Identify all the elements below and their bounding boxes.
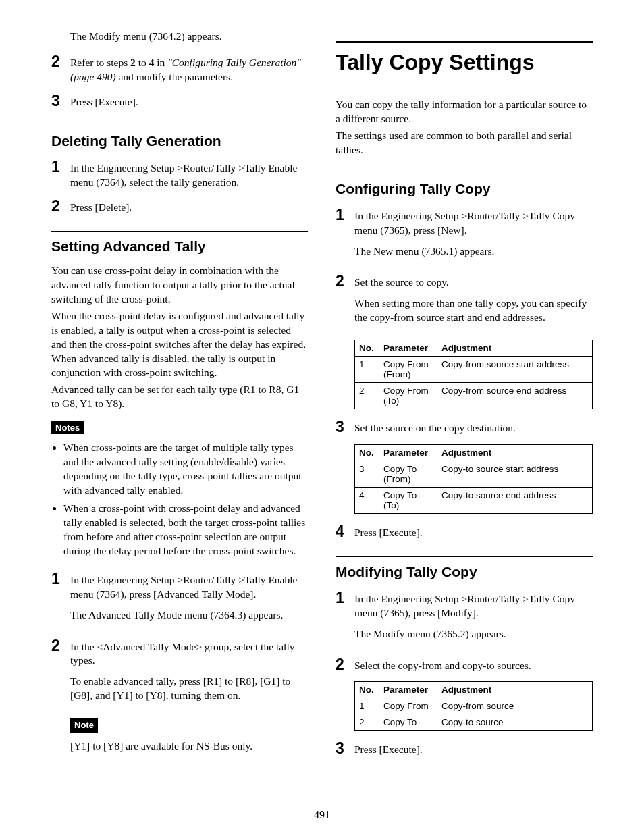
table-header: No. [355,444,379,461]
step-body: Press [Delete]. [70,198,132,215]
two-column-layout: The Modify menu (7364.2) appears. 2 Refe… [51,27,593,768]
step-body: In the Engineering Setup >Router/Tally >… [354,207,593,265]
table-row: 1 Copy From Copy-from source [355,698,593,714]
step-body: Set the source on the copy destination. [354,419,516,436]
step-body: In the Engineering Setup >Router/Tally >… [70,571,308,629]
step-item: 2 Press [Delete]. [51,198,308,215]
intro-para: The settings used are common to both par… [336,129,593,157]
step-item: 1 In the Engineering Setup >Router/Tally… [51,571,308,629]
left-column: The Modify menu (7364.2) appears. 2 Refe… [51,27,308,768]
continued-step-text: The Modify menu (7364.2) appears. [51,27,308,44]
step-number: 2 [336,656,354,673]
step-number: 4 [336,523,354,540]
intro-para: You can copy the tally information for a… [336,98,593,126]
adv-para: Advanced tally can be set for each tally… [51,383,308,411]
step-item: 3 Press [Execute]. [336,740,593,757]
step-number: 2 [51,53,70,70]
step-item: 2 Refer to steps 2 to 4 in "Configuring … [51,53,308,84]
step-item: 1 In the Engineering Setup >Router/Tally… [336,589,593,648]
note-item: When a cross-point with cross-point dela… [63,502,308,558]
step-item: 1 In the Engineering Setup >Router/Tally… [336,207,593,265]
table-row: 1 Copy From (From) Copy-from source star… [355,357,593,383]
step-number: 2 [336,273,354,290]
step-item: 3 Set the source on the copy destination… [336,419,593,436]
step-number: 3 [336,740,354,757]
advanced-tally-heading: Setting Advanced Tally [51,231,308,255]
step-number: 1 [336,207,354,224]
note-badge: Note [70,718,98,733]
note-text: [Y1] to [Y8] are available for NS-Bus on… [70,739,308,754]
table-header: No. [355,681,379,698]
modifying-tally-copy-heading: Modifying Tally Copy [336,556,593,580]
step-item: 2 Select the copy-from and copy-to sourc… [336,656,593,673]
table-header: Adjustment [437,444,593,461]
step-item: 2 Set the source to copy. When setting m… [336,273,593,332]
deleting-tally-heading: Deleting Tally Generation [51,126,308,149]
step-body: In the <Advanced Tally Mode> group, sele… [70,637,308,760]
step-body: Refer to steps 2 to 4 in "Configuring Ta… [70,53,308,84]
table-wrap: No. Parameter Adjustment 1 Copy From (Fr… [336,340,593,409]
step-number: 3 [336,419,354,436]
step-number: 2 [51,637,70,654]
adv-para: You can use cross-point delay in combina… [51,264,308,307]
step-number: 1 [336,589,354,606]
step-item: 1 In the Engineering Setup >Router/Tally… [51,159,308,190]
table-header: Adjustment [437,681,593,698]
table-row: 3 Copy To (From) Copy-to source start ad… [355,461,593,487]
table-header: Parameter [379,340,437,357]
table-header: Parameter [379,444,437,461]
notes-list: When cross-points are the target of mult… [51,441,308,558]
step-body: Set the source to copy. When setting mor… [354,273,593,332]
notes-badge: Notes [51,421,84,434]
step-item: 3 Press [Execute]. [51,93,308,109]
step-body: Select the copy-from and copy-to sources… [354,656,531,673]
page-number: 491 [51,809,593,821]
note-item: When cross-points are the target of mult… [63,441,308,498]
step-body: Press [Execute]. [354,740,423,757]
table-row: 2 Copy From (To) Copy-from source end ad… [355,383,593,409]
step-body: Press [Execute]. [354,523,423,540]
step-item: 2 In the <Advanced Tally Mode> group, se… [51,637,308,760]
table-row: 4 Copy To (To) Copy-to source end addres… [355,487,593,513]
table-wrap: No. Parameter Adjustment 3 Copy To (From… [336,444,593,514]
parameter-table: No. Parameter Adjustment 3 Copy To (From… [354,444,593,514]
right-column: Tally Copy Settings You can copy the tal… [336,27,593,768]
table-row: 2 Copy To Copy-to source [355,714,593,730]
step-number: 2 [51,198,70,215]
parameter-table: No. Parameter Adjustment 1 Copy From Cop… [354,681,593,731]
configuring-tally-copy-heading: Configuring Tally Copy [336,174,593,197]
modify-menu-text: The Modify menu (7364.2) appears. [70,30,222,42]
step-number: 1 [51,571,70,587]
table-wrap: No. Parameter Adjustment 1 Copy From Cop… [336,681,593,731]
table-header: No. [355,340,379,357]
parameter-table: No. Parameter Adjustment 1 Copy From (Fr… [354,340,593,409]
page-title: Tally Copy Settings [336,41,593,75]
table-header: Adjustment [437,340,593,357]
step-number: 1 [51,159,70,176]
step-body: In the Engineering Setup >Router/Tally >… [70,159,308,190]
step-number: 3 [51,93,70,109]
step-item: 4 Press [Execute]. [336,523,593,540]
table-header: Parameter [379,681,437,698]
step-body: In the Engineering Setup >Router/Tally >… [354,589,593,648]
adv-para: When the cross-point delay is configured… [51,309,308,380]
step-body: Press [Execute]. [70,93,138,109]
